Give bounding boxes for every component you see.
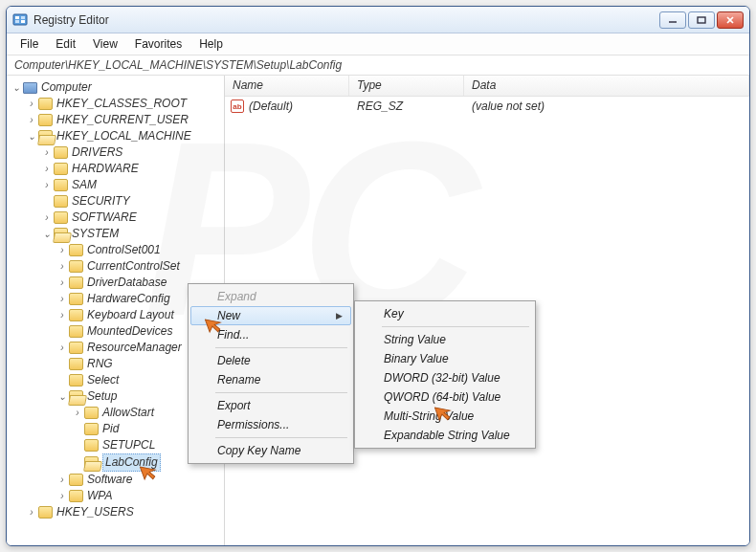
value-type: REG_SZ xyxy=(349,99,464,113)
folder-icon xyxy=(54,195,68,208)
separator xyxy=(382,326,529,327)
folder-icon xyxy=(84,407,99,419)
tree-kbd[interactable]: Keyboard Layout xyxy=(87,307,174,323)
titlebar[interactable]: Registry Editor xyxy=(7,7,749,33)
chevron-right-icon[interactable]: › xyxy=(56,261,68,273)
folder-icon xyxy=(84,439,99,452)
chevron-right-icon[interactable]: › xyxy=(56,310,68,321)
ctx-new-expandstring[interactable]: Expandable String Value xyxy=(357,426,533,445)
chevron-right-icon[interactable]: › xyxy=(41,164,53,175)
ctx-delete[interactable]: Delete xyxy=(190,351,351,370)
tree-hklm[interactable]: HKEY_LOCAL_MACHINE xyxy=(56,128,191,144)
chevron-right-icon: ▶ xyxy=(336,311,343,320)
folder-icon xyxy=(54,179,68,191)
ctx-export[interactable]: Export xyxy=(190,396,351,415)
tree-cs001[interactable]: ControlSet001 xyxy=(87,242,161,258)
chevron-right-icon[interactable]: › xyxy=(56,342,68,354)
tree-wpa[interactable]: WPA xyxy=(87,488,112,504)
folder-icon xyxy=(69,260,83,273)
tree-setupcl[interactable]: SETUPCL xyxy=(102,437,155,453)
folder-icon xyxy=(54,146,68,159)
menu-edit[interactable]: Edit xyxy=(48,35,83,53)
tree-sam[interactable]: SAM xyxy=(72,177,97,193)
chevron-down-icon[interactable]: ⌄ xyxy=(56,391,68,403)
chevron-right-icon[interactable]: › xyxy=(56,475,68,486)
ctx-new-binary[interactable]: Binary Value xyxy=(357,349,533,368)
chevron-right-icon[interactable]: › xyxy=(41,147,53,159)
menu-view[interactable]: View xyxy=(85,35,125,53)
col-header-data[interactable]: Data xyxy=(464,76,749,96)
tree-system[interactable]: SYSTEM xyxy=(72,226,119,242)
folder-icon xyxy=(38,98,53,110)
ctx-permissions[interactable]: Permissions... xyxy=(190,415,351,434)
tree-pid[interactable]: Pid xyxy=(102,421,119,437)
menu-file[interactable]: File xyxy=(12,35,46,53)
tree-security[interactable]: SECURITY xyxy=(72,193,130,210)
ctx-new-key[interactable]: Key xyxy=(357,304,533,323)
tree-hardware[interactable]: HARDWARE xyxy=(72,161,139,177)
address-bar[interactable]: Computer\HKEY_LOCAL_MACHINE\SYSTEM\Setup… xyxy=(7,55,749,76)
tree-ccs[interactable]: CurrentControlSet xyxy=(87,258,180,275)
window-title: Registry Editor xyxy=(33,13,659,27)
tree-hwcfg[interactable]: HardwareConfig xyxy=(87,291,170,307)
menu-favorites[interactable]: Favorites xyxy=(127,35,189,53)
tree-rng[interactable]: RNG xyxy=(87,356,113,372)
folder-icon xyxy=(69,342,83,354)
tree-resman[interactable]: ResourceManager xyxy=(87,340,182,356)
chevron-right-icon[interactable]: › xyxy=(56,245,68,256)
chevron-down-icon[interactable]: ⌄ xyxy=(41,229,53,240)
address-path: Computer\HKEY_LOCAL_MACHINE\SYSTEM\Setup… xyxy=(14,58,342,72)
ctx-new-qword[interactable]: QWORD (64-bit) Value xyxy=(357,387,533,407)
folder-open-icon xyxy=(69,390,83,403)
svg-rect-3 xyxy=(15,20,19,23)
chevron-right-icon[interactable]: › xyxy=(56,294,68,305)
ctx-expand[interactable]: Expand xyxy=(190,287,351,306)
ctx-rename[interactable]: Rename xyxy=(190,370,351,389)
tree-soft2[interactable]: Software xyxy=(87,472,132,488)
tree-setup[interactable]: Setup xyxy=(87,388,117,405)
folder-icon xyxy=(69,244,83,256)
chevron-right-icon[interactable]: › xyxy=(41,180,53,191)
chevron-right-icon[interactable]: › xyxy=(56,491,68,502)
tree-hku[interactable]: HKEY_USERS xyxy=(56,504,134,520)
chevron-right-icon[interactable]: › xyxy=(56,277,68,289)
tree-drvdb[interactable]: DriverDatabase xyxy=(87,275,167,291)
ctx-new-dword[interactable]: DWORD (32-bit) Value xyxy=(357,368,533,387)
ctx-find[interactable]: Find... xyxy=(190,325,351,344)
folder-icon xyxy=(69,276,83,289)
tree-hkcr[interactable]: HKEY_CLASSES_ROOT xyxy=(56,96,187,112)
ctx-new-string[interactable]: String Value xyxy=(357,330,533,349)
tree-labconfig[interactable]: LabConfig xyxy=(102,453,161,472)
chevron-right-icon[interactable]: › xyxy=(26,115,37,126)
tree-root[interactable]: Computer xyxy=(41,79,92,96)
tree-select[interactable]: Select xyxy=(87,372,119,388)
ctx-copy-key-name[interactable]: Copy Key Name xyxy=(190,441,351,460)
list-row[interactable]: ab(Default) REG_SZ (value not set) xyxy=(225,97,749,116)
tree-mdev[interactable]: MountedDevices xyxy=(87,323,172,340)
svg-rect-2 xyxy=(21,16,25,19)
col-header-name[interactable]: Name xyxy=(225,76,349,96)
tree-software[interactable]: SOFTWARE xyxy=(72,210,137,226)
folder-icon xyxy=(69,474,83,486)
close-button[interactable] xyxy=(717,11,744,29)
ctx-new[interactable]: New▶ xyxy=(190,306,351,325)
tree-hkcu[interactable]: HKEY_CURRENT_USER xyxy=(56,112,189,128)
ctx-new-multistring[interactable]: Multi-String Value xyxy=(357,407,533,426)
chevron-down-icon[interactable]: ⌄ xyxy=(11,82,22,94)
folder-open-icon xyxy=(38,130,53,143)
tree-allowstart[interactable]: AllowStart xyxy=(102,405,154,421)
value-data: (value not set) xyxy=(464,99,749,113)
tree-drivers[interactable]: DRIVERS xyxy=(72,144,122,161)
minimize-button[interactable] xyxy=(659,11,686,29)
col-header-type[interactable]: Type xyxy=(349,76,464,96)
chevron-right-icon[interactable]: › xyxy=(72,408,83,419)
chevron-right-icon[interactable]: › xyxy=(41,212,53,224)
folder-icon xyxy=(69,309,83,321)
menu-help[interactable]: Help xyxy=(191,35,231,53)
chevron-right-icon[interactable]: › xyxy=(26,99,37,110)
folder-icon xyxy=(54,211,68,224)
chevron-down-icon[interactable]: ⌄ xyxy=(26,131,37,143)
maximize-button[interactable] xyxy=(688,11,715,29)
chevron-right-icon[interactable]: › xyxy=(26,507,37,519)
app-icon xyxy=(12,12,28,28)
